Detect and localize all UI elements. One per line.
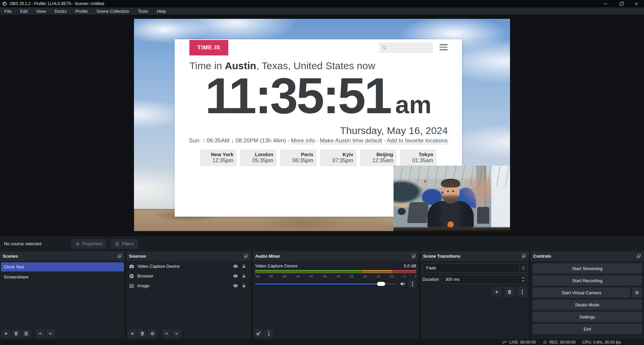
duration-spinbox[interactable]: 300 ms <box>442 275 527 284</box>
controls-dock-icon[interactable] <box>636 254 641 259</box>
menu-scene-collection[interactable]: Scene Collection <box>92 7 134 15</box>
source-properties-button[interactable] <box>148 329 157 338</box>
volume-slider-handle[interactable] <box>377 282 385 286</box>
settings-button[interactable]: Settings <box>533 312 642 322</box>
scene-filters-button[interactable] <box>22 329 31 338</box>
add-scene-button[interactable] <box>2 329 10 338</box>
filters-button[interactable]: Filters <box>111 239 138 249</box>
timeis-clock: 11:35:51 am <box>175 68 462 124</box>
city-box-new-york: New York 12:35pm <box>200 149 237 166</box>
broadcast-off-icon <box>502 340 507 345</box>
mixer-channel-name: Video Capture Device <box>255 263 297 268</box>
move-scene-down-button[interactable] <box>46 329 55 338</box>
minimize-button[interactable] <box>598 0 613 7</box>
no-source-selected-label: No source selected <box>4 241 71 246</box>
city-box-kyiv: Kyiv 07:35pm <box>320 149 357 166</box>
lock-icon[interactable] <box>241 273 246 278</box>
menu-edit[interactable]: Edit <box>16 7 32 15</box>
spin-up-icon[interactable] <box>521 277 525 279</box>
gear-icon <box>150 331 155 336</box>
menu-tools[interactable]: Tools <box>134 7 152 15</box>
transition-properties-button[interactable] <box>517 287 527 297</box>
lock-icon[interactable] <box>241 264 246 269</box>
menu-docks[interactable]: Docks <box>50 7 71 15</box>
kebab-menu-icon <box>412 282 413 286</box>
start-virtual-camera-button[interactable]: Start Virtual Camera <box>533 288 630 298</box>
preview-workspace: TIME.IS Time in Austin, Texas, United St… <box>0 15 644 236</box>
remove-transition-button[interactable] <box>504 287 514 297</box>
remove-source-button[interactable] <box>138 329 147 338</box>
properties-button[interactable]: Properties <box>71 239 106 249</box>
add-source-button[interactable] <box>128 329 137 338</box>
image-icon <box>129 283 134 289</box>
start-recording-button[interactable]: Start Recording <box>533 275 642 286</box>
menu-file[interactable]: File <box>0 7 16 15</box>
kebab-menu-icon <box>522 290 523 294</box>
sources-dock-icon[interactable] <box>243 254 248 259</box>
start-streaming-button[interactable]: Start Streaming <box>533 263 642 273</box>
source-row-video-capture[interactable]: Video Capture Device <box>126 261 251 271</box>
audio-mixer-panel: Audio Mixer Video Capture Device 0.0 dB … <box>252 251 419 339</box>
volume-meter <box>255 270 416 273</box>
mixer-menu-button[interactable] <box>264 329 273 338</box>
exit-button[interactable]: Exit <box>533 324 642 334</box>
city-box-beijing: Beijing 12:35am <box>360 149 397 166</box>
record-off-icon <box>543 340 547 345</box>
timeis-sun-info: Sun: ↑ 06:35AM ↓ 08:20PM (13h 46m) - Mor… <box>175 137 462 144</box>
add-transition-button[interactable] <box>492 287 502 297</box>
visibility-eye-icon[interactable] <box>233 273 238 279</box>
globe-icon <box>129 273 134 279</box>
move-source-down-button[interactable] <box>172 329 181 338</box>
virtual-camera-settings-button[interactable] <box>632 288 642 298</box>
studio-mode-button[interactable]: Studio Mode <box>533 300 642 310</box>
move-source-up-button[interactable] <box>162 329 171 338</box>
spin-down-icon[interactable] <box>521 280 525 282</box>
gear-icon <box>635 290 639 295</box>
controls-panel: Controls Start Streaming Start Recording… <box>531 251 644 339</box>
double-gear-icon <box>256 331 261 336</box>
close-icon <box>635 2 638 6</box>
audio-mixer-dock-icon[interactable] <box>411 254 416 259</box>
mixer-volume-db: 0.0 dB <box>404 263 416 268</box>
cpu-fps-status: CPU: 0.6%, 30.00 fps <box>583 340 621 345</box>
menu-help[interactable]: Help <box>152 7 170 15</box>
scene-transitions-panel: Scene Transitions Fade Duration 300 ms <box>420 251 529 339</box>
visibility-eye-icon[interactable] <box>233 283 238 289</box>
rec-status: REC: 00:00:00 <box>543 340 576 345</box>
move-scene-up-button[interactable] <box>36 329 45 338</box>
source-row-image[interactable]: Image <box>126 281 251 291</box>
scene-item-screenshare[interactable]: Screenshare <box>1 272 124 282</box>
mixer-channel-menu-button[interactable] <box>408 280 416 288</box>
search-icon <box>382 45 387 50</box>
speaker-icon[interactable] <box>400 281 406 287</box>
kebab-menu-icon <box>268 331 269 336</box>
restore-button[interactable] <box>613 0 629 7</box>
audio-mixer-panel-title: Audio Mixer <box>255 254 280 259</box>
menu-profile[interactable]: Profile <box>71 7 92 15</box>
timeis-search-box <box>379 42 433 53</box>
preview-canvas[interactable]: TIME.IS Time in Austin, Texas, United St… <box>134 19 510 231</box>
webcam-chair-left <box>407 202 429 223</box>
webcam-desk-edge <box>394 227 510 231</box>
obs-window: OBS 29.1.2 - Profile: LLHLS BETA - Scene… <box>0 0 644 345</box>
scenes-dock-icon[interactable] <box>117 254 122 259</box>
minimize-icon <box>604 4 607 4</box>
chevron-down-icon <box>48 331 53 336</box>
remove-scene-button[interactable] <box>12 329 20 338</box>
volume-slider[interactable] <box>255 281 397 287</box>
city-box-paris: Paris 06:35pm <box>280 149 317 166</box>
scene-item-clock-test[interactable]: Clock Test <box>1 262 124 271</box>
scene-transitions-panel-title: Scene Transitions <box>423 254 460 259</box>
menu-view[interactable]: View <box>32 7 50 15</box>
more-info-link: More info <box>291 137 315 144</box>
lock-icon[interactable] <box>241 283 246 288</box>
webcam-overlay[interactable] <box>394 166 510 231</box>
timeis-date: Thursday, May 16, 2024 <box>340 125 448 136</box>
source-row-browser[interactable]: Browser <box>126 271 251 281</box>
scene-transitions-dock-icon[interactable] <box>521 254 526 259</box>
visibility-eye-icon[interactable] <box>233 263 238 269</box>
transition-select[interactable]: Fade <box>422 263 527 272</box>
duration-label: Duration <box>422 277 439 282</box>
close-button[interactable] <box>629 0 644 7</box>
advanced-audio-properties-button[interactable] <box>254 329 263 338</box>
